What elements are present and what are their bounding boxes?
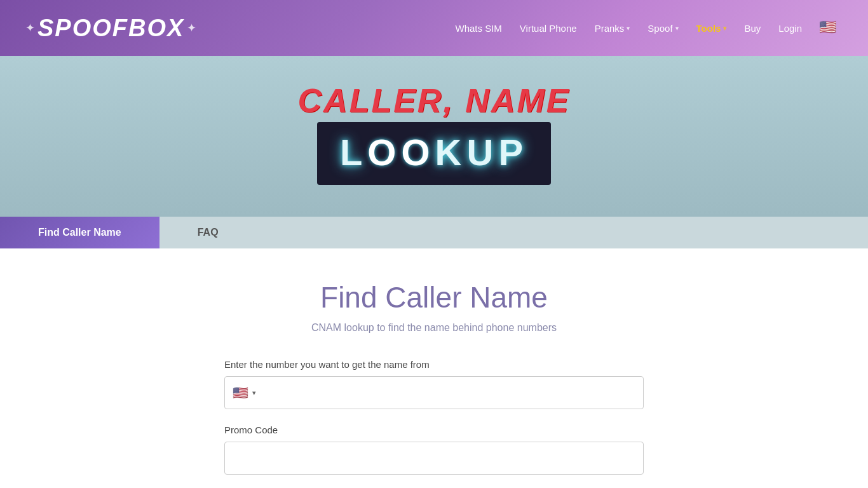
- nav-tools[interactable]: Tools ▾: [696, 23, 727, 34]
- logo: ✦ SPOOFBOX ✦: [25, 15, 196, 42]
- phone-input-wrapper: 🇺🇸 ▾: [224, 376, 644, 409]
- header: ✦ SPOOFBOX ✦ Whats SIM Virtual Phone Pra…: [0, 0, 868, 56]
- language-flag-icon[interactable]: 🇺🇸: [820, 20, 843, 36]
- logo-star-left: ✦: [25, 21, 35, 35]
- logo-star-right: ✦: [187, 21, 196, 35]
- logo-text: SPOOFBOX: [37, 15, 184, 42]
- nav-buy[interactable]: Buy: [744, 23, 761, 34]
- tools-arrow-icon: ▾: [723, 25, 726, 32]
- spoof-arrow-icon: ▾: [675, 25, 679, 32]
- pranks-arrow-icon: ▾: [627, 25, 630, 32]
- flag-dropdown-icon: ▾: [252, 389, 256, 397]
- phone-label: Enter the number you want to get the nam…: [224, 359, 644, 370]
- nav-virtual-phone[interactable]: Virtual Phone: [520, 23, 577, 34]
- nav-spoof[interactable]: Spoof ▾: [648, 23, 678, 34]
- tabs-bar: Find Caller Name FAQ: [0, 217, 868, 248]
- caller-name-title: CALLER, NAME: [298, 81, 571, 119]
- promo-code-input[interactable]: [224, 442, 644, 475]
- main-content: Find Caller Name CNAM lookup to find the…: [212, 248, 656, 488]
- lookup-box: LOOKUP: [317, 122, 551, 185]
- page-subtitle: CNAM lookup to find the name behind phon…: [224, 322, 644, 334]
- page-title: Find Caller Name: [224, 280, 644, 315]
- main-nav: Whats SIM Virtual Phone Pranks ▾ Spoof ▾…: [456, 20, 843, 36]
- tab-faq[interactable]: FAQ: [159, 217, 257, 248]
- lookup-text: LOOKUP: [340, 131, 528, 173]
- nav-whats-sim[interactable]: Whats SIM: [456, 23, 502, 34]
- tab-find-caller-name[interactable]: Find Caller Name: [0, 217, 159, 248]
- hero-section: CALLER, NAME LOOKUP: [0, 56, 868, 217]
- phone-flag-selector[interactable]: 🇺🇸 ▾: [233, 385, 262, 400]
- phone-number-input[interactable]: [262, 388, 635, 398]
- nav-pranks[interactable]: Pranks ▾: [595, 23, 630, 34]
- us-flag-icon: 🇺🇸: [233, 385, 248, 400]
- nav-login[interactable]: Login: [778, 23, 802, 34]
- promo-label: Promo Code: [224, 424, 644, 435]
